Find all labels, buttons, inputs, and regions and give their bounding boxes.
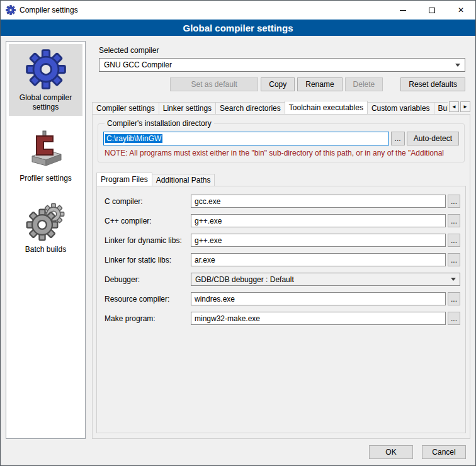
set-as-default-button: Set as default <box>170 77 258 91</box>
field-label: Resource compiler: <box>105 295 191 304</box>
field-label: C++ compiler: <box>105 217 191 225</box>
profiler-clamp-icon <box>26 130 66 170</box>
linker-for-static-libs-input[interactable] <box>191 253 446 266</box>
compiler-actions: Set as default Copy Rename Delete Reset … <box>99 77 465 91</box>
form-row-debugger: Debugger:GDB/CDB debugger : Default <box>105 273 460 286</box>
gear-icon <box>26 49 66 89</box>
minimize-icon <box>400 10 406 11</box>
sidebar-item-batch-builds[interactable]: Batch builds <box>9 196 82 258</box>
make-program-browse-button[interactable]: ... <box>448 312 460 325</box>
field-label: C compiler: <box>105 197 191 206</box>
tab-build-options[interactable]: Build options <box>434 102 448 114</box>
c-compiler-browse-button[interactable]: ... <box>448 195 460 208</box>
compiler-controls: Selected compiler GNU GCC Compiler Set a… <box>92 41 470 91</box>
resource-compiler-browse-button[interactable]: ... <box>448 292 460 305</box>
tab-scroll-left-icon[interactable]: ◄ <box>449 101 459 112</box>
dialog-body: Global compiler settings Profiler settin… <box>1 36 475 439</box>
batch-gears-icon <box>26 201 66 241</box>
field-label: Linker for dynamic libs: <box>105 236 191 245</box>
sidebar-item-label: Profiler settings <box>20 174 72 183</box>
tab-scroll-right-icon[interactable]: ► <box>460 101 470 112</box>
tab-toolchain-executables[interactable]: Toolchain executables <box>285 101 368 114</box>
chevron-down-icon <box>455 64 460 67</box>
field-label: Linker for static libs: <box>105 256 191 264</box>
form-row-c-compiler: C compiler:... <box>105 195 460 208</box>
sidebar-item-label: Batch builds <box>25 245 66 254</box>
field-label: Make program: <box>105 314 191 323</box>
ok-button[interactable]: OK <box>369 445 413 459</box>
c-compiler-input[interactable] <box>191 195 446 208</box>
resource-compiler-input[interactable] <box>191 292 446 305</box>
copy-button[interactable]: Copy <box>261 77 295 91</box>
close-icon: ✕ <box>458 6 464 14</box>
main-area: Selected compiler GNU GCC Compiler Set a… <box>92 41 470 439</box>
dialog-footer: OK Cancel <box>1 439 475 465</box>
debugger-select[interactable]: GDB/CDB debugger : Default <box>191 273 460 286</box>
cplusplus-compiler-browse-button[interactable]: ... <box>448 214 460 227</box>
install-dir-browse-button[interactable]: ... <box>391 132 405 145</box>
tab-program-files[interactable]: Program Files <box>96 173 152 186</box>
linker-for-dynamic-libs-input[interactable] <box>191 234 446 247</box>
install-dir-selected-text: C:\raylib\MinGW <box>105 134 162 143</box>
form-row-linker-for-dynamic-libs: Linker for dynamic libs:... <box>105 234 460 247</box>
tab-custom-variables[interactable]: Custom variables <box>367 102 434 114</box>
sidebar-item-global-compiler-settings[interactable]: Global compiler settings <box>9 44 82 116</box>
subtab-bar: Program FilesAdditional Paths <box>96 172 466 186</box>
tab-bar: Compiler settingsLinker settingsSearch d… <box>92 100 470 114</box>
window-title: Compiler settings <box>20 6 78 14</box>
sidebar-item-profiler-settings[interactable]: Profiler settings <box>9 125 82 187</box>
form-row-cplusplus-compiler: C++ compiler:... <box>105 214 460 227</box>
titlebar: Compiler settings ✕ <box>1 1 475 20</box>
combo-value: GDB/CDB debugger : Default <box>195 275 447 284</box>
cplusplus-compiler-input[interactable] <box>191 214 446 227</box>
install-dir-group: Compiler's installation directory C:\ray… <box>98 123 465 162</box>
delete-button: Delete <box>345 77 383 91</box>
tab-strip: Compiler settingsLinker settingsSearch d… <box>92 100 448 114</box>
tab-scroll-buttons: ◄ ► <box>448 101 470 112</box>
toolchain-executables-panel: Compiler's installation directory C:\ray… <box>92 114 470 439</box>
tab-additional-paths[interactable]: Additional Paths <box>152 174 215 186</box>
sidebar-item-label: Global compiler settings <box>10 93 81 112</box>
linker-for-static-libs-browse-button[interactable]: ... <box>448 253 460 266</box>
sidebar: Global compiler settings Profiler settin… <box>6 41 86 439</box>
cancel-button[interactable]: Cancel <box>422 445 466 459</box>
window-controls: ✕ <box>388 1 475 20</box>
rename-button[interactable]: Rename <box>297 77 342 91</box>
close-button[interactable]: ✕ <box>446 1 475 20</box>
tab-linker-settings[interactable]: Linker settings <box>159 102 216 114</box>
auto-detect-button[interactable]: Auto-detect <box>407 132 459 145</box>
selected-compiler-label: Selected compiler <box>99 46 465 55</box>
form-row-make-program: Make program:... <box>105 312 460 325</box>
form-row-linker-for-static-libs: Linker for static libs:... <box>105 253 460 266</box>
tab-search-directories[interactable]: Search directories <box>215 102 285 114</box>
compiler-select-value: GNU GCC Compiler <box>104 60 451 69</box>
make-program-input[interactable] <box>191 312 446 325</box>
reset-defaults-button[interactable]: Reset defaults <box>400 77 465 91</box>
field-label: Debugger: <box>105 275 191 284</box>
compiler-select[interactable]: GNU GCC Compiler <box>99 58 465 72</box>
subtab-strip: Program FilesAdditional Paths <box>96 172 466 186</box>
compiler-settings-window: Compiler settings ✕ Global compiler sett… <box>0 0 476 466</box>
install-dir-row: C:\raylib\MinGW ... Auto-detect <box>103 132 459 145</box>
install-dir-input[interactable]: C:\raylib\MinGW <box>103 132 389 145</box>
chevron-down-icon <box>451 278 456 281</box>
linker-for-dynamic-libs-browse-button[interactable]: ... <box>448 234 460 247</box>
install-dir-note: NOTE: All programs must exist either in … <box>105 149 458 157</box>
form-row-resource-compiler: Resource compiler:... <box>105 292 460 305</box>
dialog-header: Global compiler settings <box>1 20 475 36</box>
install-dir-group-label: Compiler's installation directory <box>105 119 214 128</box>
maximize-icon <box>429 8 435 13</box>
maximize-button[interactable] <box>417 1 446 20</box>
minimize-button[interactable] <box>388 1 417 20</box>
app-gear-icon <box>6 5 16 15</box>
tab-compiler-settings[interactable]: Compiler settings <box>92 102 159 114</box>
program-files-panel: C compiler:...C++ compiler:...Linker for… <box>96 186 466 433</box>
